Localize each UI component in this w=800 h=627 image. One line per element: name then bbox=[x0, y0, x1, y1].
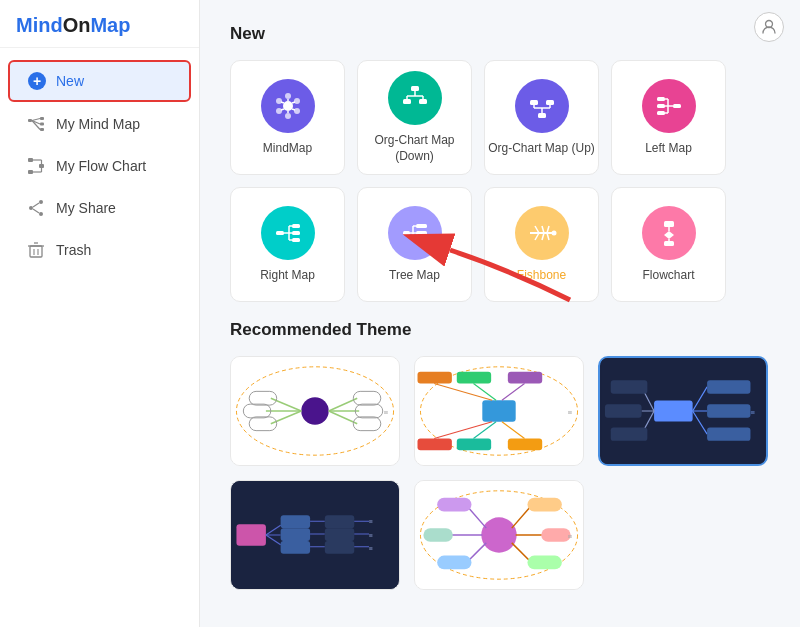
svg-rect-170 bbox=[527, 498, 561, 512]
nav-new[interactable]: + New bbox=[8, 60, 191, 102]
sidebar-item-my-mind-map[interactable]: My Mind Map bbox=[8, 104, 191, 144]
svg-rect-45 bbox=[538, 113, 546, 118]
theme-card-2[interactable]: ≡ bbox=[414, 356, 584, 466]
main-content: New MindMap Org-Chart Map(Down) Org-Char… bbox=[200, 0, 800, 627]
svg-rect-61 bbox=[276, 231, 284, 235]
svg-rect-1 bbox=[40, 117, 44, 120]
share-icon bbox=[26, 198, 46, 218]
svg-rect-55 bbox=[657, 111, 665, 115]
template-flowchart[interactable]: Flowchart bbox=[611, 187, 726, 302]
svg-rect-118 bbox=[418, 438, 452, 450]
svg-rect-151 bbox=[325, 515, 354, 528]
svg-rect-168 bbox=[437, 556, 471, 570]
svg-rect-7 bbox=[28, 158, 33, 162]
sidebar-item-label: My Mind Map bbox=[56, 116, 140, 132]
org-chart-up-label: Org-Chart Map (Up) bbox=[488, 141, 595, 157]
template-right-map[interactable]: Right Map bbox=[230, 187, 345, 302]
sidebar-item-my-flow-chart[interactable]: My Flow Chart bbox=[8, 146, 191, 186]
svg-rect-40 bbox=[419, 99, 427, 104]
tree-map-label: Tree Map bbox=[389, 268, 440, 284]
svg-point-30 bbox=[276, 108, 282, 114]
template-mindmap[interactable]: MindMap bbox=[230, 60, 345, 175]
svg-text:≡: ≡ bbox=[384, 408, 389, 417]
trash-icon bbox=[26, 240, 46, 260]
svg-point-162 bbox=[481, 517, 516, 552]
sidebar-item-label: My Share bbox=[56, 200, 116, 216]
svg-rect-138 bbox=[611, 427, 648, 440]
svg-rect-132 bbox=[707, 427, 750, 440]
sidebar-nav: + New My Mind Map My Flow Chart My Share bbox=[0, 48, 199, 627]
theme-card-4[interactable]: ≡ ≡ ≡ bbox=[230, 480, 400, 590]
svg-point-29 bbox=[285, 113, 291, 119]
svg-rect-2 bbox=[40, 123, 44, 126]
svg-rect-166 bbox=[423, 528, 452, 542]
svg-rect-53 bbox=[657, 97, 665, 101]
svg-rect-111 bbox=[482, 400, 515, 422]
svg-rect-134 bbox=[611, 380, 648, 393]
template-tree-map[interactable]: Tree Map bbox=[357, 187, 472, 302]
svg-point-14 bbox=[39, 200, 43, 204]
svg-rect-113 bbox=[457, 372, 491, 384]
svg-point-31 bbox=[276, 98, 282, 104]
logo-mind: Mind bbox=[16, 14, 63, 36]
logo-area: MindOnMap bbox=[0, 0, 199, 48]
sidebar-item-label: My Flow Chart bbox=[56, 158, 146, 174]
right-map-icon bbox=[261, 206, 315, 260]
svg-rect-172 bbox=[541, 528, 570, 542]
sidebar-item-trash[interactable]: Trash bbox=[8, 230, 191, 270]
theme-card-1[interactable]: ≡ bbox=[230, 356, 400, 466]
theme-card-3[interactable]: ≡ bbox=[598, 356, 768, 466]
svg-text:≡: ≡ bbox=[568, 532, 573, 541]
svg-point-28 bbox=[294, 108, 300, 114]
svg-rect-153 bbox=[325, 541, 354, 554]
svg-rect-164 bbox=[437, 498, 471, 512]
svg-point-26 bbox=[285, 93, 291, 99]
sidebar-item-label: Trash bbox=[56, 242, 91, 258]
svg-rect-130 bbox=[707, 404, 750, 417]
svg-rect-112 bbox=[418, 372, 452, 384]
theme-card-5[interactable]: ≡ bbox=[414, 480, 584, 590]
svg-rect-19 bbox=[30, 246, 42, 257]
logo: MindOnMap bbox=[16, 14, 183, 37]
svg-rect-54 bbox=[657, 104, 665, 108]
svg-line-80 bbox=[535, 226, 539, 233]
svg-text:≡: ≡ bbox=[369, 532, 373, 539]
svg-line-34 bbox=[292, 109, 295, 110]
svg-rect-136 bbox=[605, 404, 642, 417]
svg-rect-39 bbox=[403, 99, 411, 104]
svg-rect-73 bbox=[416, 238, 427, 242]
user-avatar-button[interactable] bbox=[754, 12, 784, 42]
svg-rect-3 bbox=[40, 128, 44, 131]
svg-rect-0 bbox=[28, 119, 32, 122]
svg-rect-126 bbox=[654, 400, 693, 421]
mindmap-label: MindMap bbox=[263, 141, 312, 157]
svg-rect-46 bbox=[530, 100, 538, 105]
svg-rect-147 bbox=[281, 541, 310, 554]
template-grid: MindMap Org-Chart Map(Down) Org-Chart Ma… bbox=[230, 60, 770, 302]
right-map-label: Right Map bbox=[260, 268, 315, 284]
left-map-icon bbox=[642, 79, 696, 133]
svg-rect-62 bbox=[292, 224, 300, 228]
sidebar: MindOnMap + New My Mind Map My Flow Char… bbox=[0, 0, 200, 627]
svg-line-81 bbox=[542, 226, 544, 233]
template-fishbone[interactable]: Fishbone bbox=[484, 187, 599, 302]
svg-text:≡: ≡ bbox=[568, 408, 573, 417]
svg-rect-71 bbox=[416, 224, 427, 228]
svg-line-33 bbox=[292, 102, 295, 103]
sidebar-item-my-share[interactable]: My Share bbox=[8, 188, 191, 228]
flowchart-label: Flowchart bbox=[642, 268, 694, 284]
template-org-chart-up[interactable]: Org-Chart Map (Up) bbox=[484, 60, 599, 175]
flowchart-icon bbox=[642, 206, 696, 260]
svg-rect-114 bbox=[508, 372, 542, 384]
org-chart-up-icon bbox=[515, 79, 569, 133]
svg-point-15 bbox=[39, 212, 43, 216]
svg-line-83 bbox=[535, 233, 539, 240]
svg-rect-64 bbox=[292, 238, 300, 242]
svg-line-82 bbox=[547, 226, 549, 233]
svg-line-37 bbox=[281, 102, 284, 103]
template-org-chart-down[interactable]: Org-Chart Map(Down) bbox=[357, 60, 472, 175]
svg-point-86 bbox=[551, 230, 556, 235]
nav-new-label: New bbox=[56, 73, 84, 89]
svg-rect-72 bbox=[416, 231, 427, 235]
template-left-map[interactable]: Left Map bbox=[611, 60, 726, 175]
